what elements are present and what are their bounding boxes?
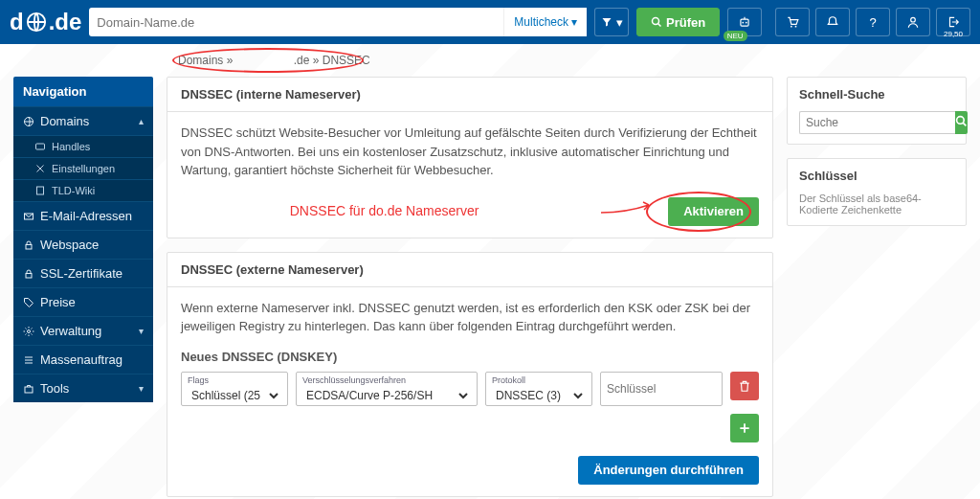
annotation-text: DNSSEC für do.de Nameserver	[181, 201, 588, 221]
sidebar-label: TLD-Wiki	[52, 185, 95, 196]
panel-body-text: Wenn externe Nameserver inkl. DNSSEC gen…	[181, 299, 759, 336]
sidebar-item-einstellungen[interactable]: Einstellungen	[13, 157, 153, 179]
sidebar-item-preise[interactable]: Preise	[13, 287, 153, 316]
sidebar-title: Navigation	[13, 77, 153, 106]
funnel-icon	[601, 16, 612, 28]
activate-button[interactable]: Aktivieren	[668, 197, 759, 226]
help-button[interactable]: ?	[856, 8, 890, 36]
delete-row-button[interactable]	[730, 372, 759, 400]
sidebar-item-handles[interactable]: Handles	[13, 135, 153, 157]
sidebar-item-webspace[interactable]: Webspace	[13, 230, 153, 259]
sidebar-label: Verwaltung	[40, 324, 101, 338]
logo[interactable]: d .de	[10, 9, 81, 35]
algorithm-select[interactable]: ECDSA/Curve P-256/SH	[302, 388, 471, 403]
breadcrumb-domains[interactable]: Domains »	[178, 54, 233, 67]
svg-point-1	[653, 18, 659, 25]
right-column: Schnell-Suche Schlüssel Der Schlüssel al…	[787, 77, 967, 239]
svg-point-7	[911, 17, 916, 22]
search-icon	[651, 16, 662, 28]
panel-title: DNSSEC (interne Nameserver)	[167, 78, 772, 112]
svg-point-5	[791, 26, 792, 28]
robot-icon	[738, 15, 751, 29]
sidebar-label: SSL-Zertifikate	[40, 266, 122, 281]
svg-point-16	[957, 117, 965, 125]
whois-button[interactable]: NEU	[727, 8, 762, 36]
protocol-select-group: Protokoll DNSSEC (3)	[485, 372, 592, 406]
algorithm-select-group: Verschlüsselungsverfahren ECDSA/Curve P-…	[296, 372, 478, 406]
gear-icon	[23, 326, 34, 337]
key-input[interactable]	[607, 374, 716, 403]
svg-rect-13	[26, 273, 32, 278]
sidebar-item-tldwiki[interactable]: TLD-Wiki	[13, 179, 153, 201]
protocol-label: Protokoll	[492, 374, 586, 388]
breadcrumb-domain[interactable]: .de »	[294, 54, 320, 67]
sidebar-label: Tools	[40, 381, 69, 396]
lock-icon	[23, 239, 34, 251]
notifications-button[interactable]	[815, 8, 850, 36]
flags-select[interactable]: Schlüssel (25	[188, 388, 281, 403]
quick-search-card: Schnell-Suche	[787, 77, 967, 145]
flags-label: Flags	[188, 374, 281, 388]
doc-icon	[34, 185, 46, 196]
panel-dnssec-internal: DNSSEC (interne Nameserver) DNSSEC schüt…	[167, 77, 773, 238]
sidebar-label: Webspace	[40, 238, 99, 252]
sidebar-item-verwaltung[interactable]: Verwaltung▾	[13, 316, 153, 345]
panel-dnssec-external: DNSSEC (externe Nameserver) Wenn externe…	[167, 252, 773, 497]
breadcrumb-current: DNSSEC	[323, 54, 370, 67]
plus-icon	[738, 421, 751, 435]
dnskey-subhead: Neues DNSSEC (DNSKEY)	[181, 348, 759, 367]
logout-button[interactable]: 29,50	[936, 8, 970, 36]
domain-search: Multicheck ▾	[89, 8, 587, 36]
check-button[interactable]: Prüfen	[636, 8, 720, 36]
tag-icon	[23, 297, 34, 308]
key-info-text: Der Schlüssel als base64-Kodierte Zeiche…	[799, 193, 954, 215]
sidebar-item-tools[interactable]: Tools▾	[13, 374, 153, 402]
multicheck-label: Multicheck	[514, 15, 568, 29]
svg-rect-9	[36, 144, 45, 149]
dnskey-form-row: Flags Schlüssel (25 Verschlüsselungsverf…	[181, 372, 759, 406]
logo-text-a: d	[10, 9, 24, 35]
panel-body-text: DNSSEC schützt Website-Besucher vor Umle…	[181, 124, 759, 180]
svg-rect-2	[741, 19, 748, 26]
sidebar-label: Einstellungen	[52, 163, 115, 174]
sidebar-item-massenauftrag[interactable]: Massenauftrag	[13, 345, 153, 374]
globe-icon	[23, 116, 34, 127]
multicheck-dropdown[interactable]: Multicheck ▾	[503, 8, 587, 36]
svg-point-6	[795, 26, 797, 28]
chevron-up-icon: ▴	[139, 116, 144, 126]
svg-point-3	[743, 22, 745, 24]
domain-search-input[interactable]	[89, 8, 503, 36]
account-button[interactable]	[896, 8, 930, 36]
sidebar-item-domains[interactable]: Domains▴	[13, 106, 153, 135]
search-icon	[955, 115, 968, 127]
check-button-label: Prüfen	[666, 15, 705, 30]
svg-rect-12	[26, 244, 32, 249]
svg-point-4	[746, 22, 747, 24]
trash-icon	[738, 379, 751, 393]
sidebar-item-ssl[interactable]: SSL-Zertifikate	[13, 259, 153, 287]
chevron-down-icon: ▾	[139, 326, 144, 336]
sidebar-label: Domains	[40, 114, 89, 128]
logo-text-b: .de	[49, 9, 82, 35]
add-row-button[interactable]	[730, 414, 759, 442]
sidebar: Navigation Domains▴ Handles Einstellunge…	[13, 77, 153, 402]
cart-button[interactable]	[775, 8, 810, 36]
credit-amount: 29,50	[944, 30, 963, 38]
sidebar-label: Preise	[40, 295, 76, 309]
svg-rect-15	[25, 387, 33, 393]
logout-icon	[947, 15, 960, 29]
user-icon	[906, 15, 920, 29]
bell-icon	[826, 15, 839, 29]
svg-rect-10	[37, 187, 44, 194]
submit-changes-button[interactable]: Änderungen durchführen	[578, 456, 759, 485]
breadcrumb: Domains » .de » DNSSEC	[167, 44, 382, 77]
key-info-card: Schlüssel Der Schlüssel als base64-Kodie…	[787, 158, 967, 226]
panel-title: DNSSEC (externe Nameserver)	[167, 253, 772, 287]
quick-search-input[interactable]	[799, 111, 955, 134]
quick-search-button[interactable]	[955, 111, 968, 134]
breadcrumb-redacted	[236, 54, 294, 67]
list-icon	[23, 354, 34, 366]
filter-button[interactable]: ▾	[594, 8, 629, 36]
sidebar-item-email[interactable]: E-Mail-Adressen	[13, 201, 153, 230]
protocol-select[interactable]: DNSSEC (3)	[492, 388, 586, 403]
